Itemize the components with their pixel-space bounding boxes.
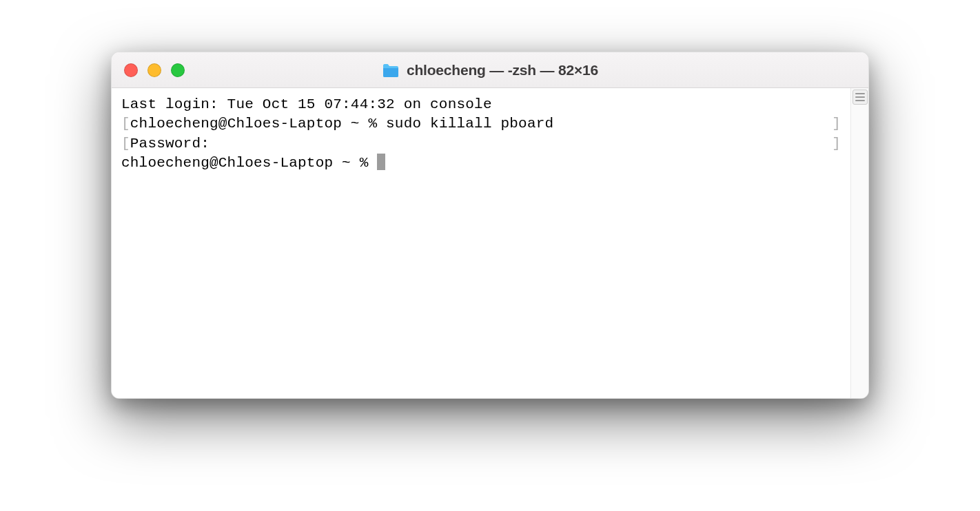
- folder-icon: [382, 63, 400, 78]
- window-titlebar[interactable]: chloecheng — -zsh — 82×16: [112, 52, 868, 88]
- terminal-content[interactable]: Last login: Tue Oct 15 07:44:32 on conso…: [112, 88, 850, 398]
- zoom-button[interactable]: [171, 63, 185, 77]
- line-bracket-right: ]: [832, 114, 841, 134]
- terminal-text: Last login: Tue Oct 15 07:44:32 on conso…: [121, 96, 492, 112]
- window-title: chloecheng — -zsh — 82×16: [407, 62, 598, 79]
- traffic-lights: [124, 63, 185, 77]
- terminal-body[interactable]: Last login: Tue Oct 15 07:44:32 on conso…: [112, 88, 868, 398]
- terminal-line: [Password:]: [121, 134, 841, 154]
- terminal-line: chloecheng@Chloes-Laptop ~ %: [121, 154, 841, 173]
- line-bracket-right: ]: [832, 134, 841, 154]
- line-bracket-left: [: [121, 116, 130, 132]
- minimize-button[interactable]: [147, 63, 161, 77]
- terminal-window: chloecheng — -zsh — 82×16 Last login: Tu…: [111, 52, 869, 399]
- title-area: chloecheng — -zsh — 82×16: [112, 62, 868, 79]
- terminal-text: chloecheng@Chloes-Laptop ~ % sudo killal…: [130, 116, 554, 132]
- scrollbar[interactable]: [850, 88, 868, 398]
- line-bracket-left: [: [121, 136, 130, 152]
- terminal-line: [chloecheng@Chloes-Laptop ~ % sudo killa…: [121, 114, 841, 134]
- terminal-line: Last login: Tue Oct 15 07:44:32 on conso…: [121, 95, 841, 114]
- scroll-indicator-icon[interactable]: [853, 90, 868, 105]
- close-button[interactable]: [124, 63, 138, 77]
- terminal-text: Password:: [130, 136, 210, 152]
- cursor: [377, 154, 385, 170]
- terminal-text: chloecheng@Chloes-Laptop ~ %: [121, 155, 377, 171]
